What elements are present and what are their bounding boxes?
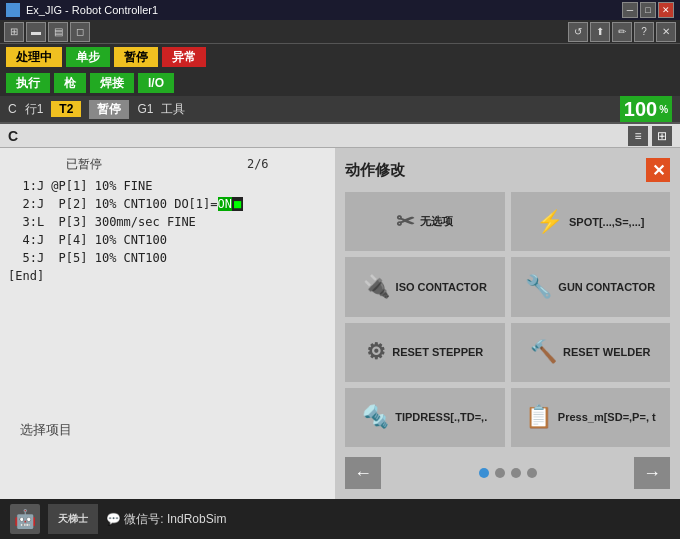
header-c: C ≡ ⊞	[0, 124, 680, 148]
spot-icon: ⚡	[536, 209, 563, 235]
processing-button[interactable]: 处理中	[6, 47, 62, 67]
press-icon: 📋	[525, 404, 552, 430]
grid-icon[interactable]: ⊞	[652, 126, 672, 146]
execute-button[interactable]: 执行	[6, 73, 50, 93]
action-btn-spot-label: SPOT[...,S=,...]	[569, 216, 645, 228]
paused-label: 暂停	[89, 100, 129, 119]
action-btn-reset-stepper[interactable]: ⚙ RESET STEPPER	[345, 323, 505, 382]
t2-value: T2	[51, 101, 81, 117]
toolbar-btn-help[interactable]: ?	[634, 22, 654, 42]
action-btn-press-label: Press_m[SD=,P=, t	[558, 411, 656, 423]
welder-icon: 🔨	[530, 339, 557, 365]
code-line-5: 5:J P[5] 10% CNT100	[8, 249, 327, 267]
percent-unit: %	[659, 104, 668, 115]
code-line-end: [End]	[8, 267, 327, 285]
robot-icon: 🤖	[10, 504, 40, 534]
code-panel: 已暂停 2/6 1:J @P[1] 10% FINE 2:J P[2] 10% …	[0, 148, 335, 499]
maximize-button[interactable]: □	[640, 2, 656, 18]
action-btn-tipdress-label: TIPDRESS[.,TD=,.	[395, 411, 487, 423]
pause-button[interactable]: 暂停	[114, 47, 158, 67]
action-btn-iso-label: ISO CONTACTOR	[396, 281, 487, 293]
action-btn-no-select[interactable]: ✂ 无选项	[345, 192, 505, 251]
action-btn-reset-stepper-label: RESET STEPPER	[392, 346, 483, 358]
code-line-3: 3:L P[3] 300mm/sec FINE	[8, 213, 327, 231]
c-label: C	[8, 102, 17, 116]
error-button[interactable]: 异常	[162, 47, 206, 67]
logo-text: 天梯士	[58, 512, 88, 526]
action-grid: ✂ 无选项 ⚡ SPOT[...,S=,...] 🔌 ISO CONTACTOR…	[345, 192, 670, 447]
page-dot-1[interactable]	[479, 468, 489, 478]
window-title: Ex_JIG - Robot Controller1	[26, 4, 158, 16]
line-label: 行1	[25, 101, 44, 118]
page-dots	[479, 468, 537, 478]
io-button[interactable]: I/O	[138, 73, 174, 93]
pagination: ← →	[345, 453, 670, 489]
action-close-button[interactable]: ✕	[646, 158, 670, 182]
button-row-2: 执行 枪 焊接 I/O	[0, 70, 680, 96]
scissors-icon: ✂	[396, 209, 414, 235]
code-line-1: 1:J @P[1] 10% FINE	[8, 177, 327, 195]
page-dot-3[interactable]	[511, 468, 521, 478]
action-btn-gun-label: GUN CONTACTOR	[558, 281, 655, 293]
main-area: 已暂停 2/6 1:J @P[1] 10% FINE 2:J P[2] 10% …	[0, 148, 680, 499]
prev-page-button[interactable]: ←	[345, 457, 381, 489]
menu-icon[interactable]: ≡	[628, 126, 648, 146]
header-c-label: C	[8, 128, 18, 144]
percent-value: 100	[624, 98, 657, 121]
close-button[interactable]: ✕	[658, 2, 674, 18]
action-btn-tipdress[interactable]: 🔩 TIPDRESS[.,TD=,.	[345, 388, 505, 447]
select-label: 选择项目	[20, 421, 72, 439]
action-title: 动作修改	[345, 161, 405, 180]
percent-box: 100 %	[620, 96, 672, 122]
toolbar-btn-grid[interactable]: ⊞	[4, 22, 24, 42]
title-controls: ─ □ ✕	[622, 2, 674, 18]
title-bar: Ex_JIG - Robot Controller1 ─ □ ✕	[0, 0, 680, 20]
next-page-button[interactable]: →	[634, 457, 670, 489]
action-panel: 动作修改 ✕ ✂ 无选项 ⚡ SPOT[...,S=,...] 🔌 ISO CO…	[335, 148, 680, 499]
action-btn-no-select-label: 无选项	[420, 214, 453, 229]
action-btn-reset-welder-label: RESET WELDER	[563, 346, 650, 358]
logo-box: 天梯士	[48, 504, 98, 534]
toolbar-btn-up[interactable]: ⬆	[590, 22, 610, 42]
code-line-2[interactable]: 2:J P[2] 10% CNT100 DO[1]=ON■	[8, 195, 327, 213]
tool-label: 工具	[161, 101, 185, 118]
g1-label: G1	[137, 102, 153, 116]
minimize-button[interactable]: ─	[622, 2, 638, 18]
step-button[interactable]: 单步	[66, 47, 110, 67]
tipdress-icon: 🔩	[362, 404, 389, 430]
code-line-4: 4:J P[4] 10% CNT100	[8, 231, 327, 249]
header-icons: ≡ ⊞	[628, 126, 672, 146]
gun-button[interactable]: 枪	[54, 73, 86, 93]
action-btn-iso[interactable]: 🔌 ISO CONTACTOR	[345, 257, 505, 316]
action-title-bar: 动作修改 ✕	[345, 158, 670, 182]
paused-status: 已暂停	[66, 157, 102, 171]
wechat-label: 💬 微信号: IndRobSim	[106, 511, 226, 528]
page-dot-4[interactable]	[527, 468, 537, 478]
iso-icon: 🔌	[363, 274, 390, 300]
status-bar: C 行1 T2 暂停 G1 工具 100 %	[0, 96, 680, 124]
button-row-1: 处理中 单步 暂停 异常	[0, 44, 680, 70]
toolbar-btn-refresh[interactable]: ↺	[568, 22, 588, 42]
toolbar-btn-close[interactable]: ✕	[656, 22, 676, 42]
weld-button[interactable]: 焊接	[90, 73, 134, 93]
action-btn-spot[interactable]: ⚡ SPOT[...,S=,...]	[511, 192, 671, 251]
gun-icon: 🔧	[525, 274, 552, 300]
bottom-bar: 🤖 天梯士 💬 微信号: IndRobSim	[0, 499, 680, 539]
code-status: 已暂停 2/6	[8, 156, 327, 173]
action-btn-press[interactable]: 📋 Press_m[SD=,P=, t	[511, 388, 671, 447]
toolbar-btn-box[interactable]: ◻	[70, 22, 90, 42]
stepper-icon: ⚙	[366, 339, 386, 365]
action-btn-gun[interactable]: 🔧 GUN CONTACTOR	[511, 257, 671, 316]
page-dot-2[interactable]	[495, 468, 505, 478]
page-number: 2/6	[247, 157, 269, 171]
toolbar-btn-bar[interactable]: ▤	[48, 22, 68, 42]
toolbar-btn-edit[interactable]: ✏	[612, 22, 632, 42]
toolbar: ⊞ ▬ ▤ ◻ ↺ ⬆ ✏ ? ✕	[0, 20, 680, 44]
app-icon	[6, 3, 20, 17]
toolbar-btn-monitor[interactable]: ▬	[26, 22, 46, 42]
action-btn-reset-welder[interactable]: 🔨 RESET WELDER	[511, 323, 671, 382]
